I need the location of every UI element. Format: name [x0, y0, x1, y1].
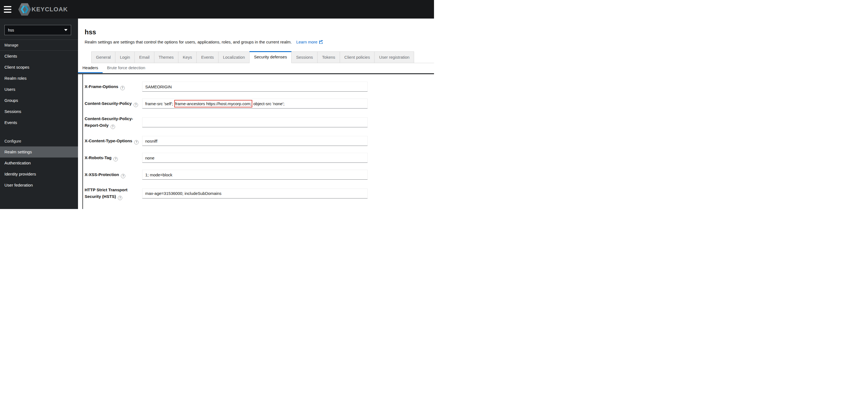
tab-row-filler: [414, 51, 434, 63]
keycloak-logo-text: KEYCLOAK: [32, 6, 68, 13]
tab-sessions[interactable]: Sessions: [291, 52, 317, 63]
content-security-policy-input[interactable]: frame-src 'self'; frame-ancestors https:…: [142, 98, 368, 109]
x-frame-options-label: X-Frame-Options?: [85, 83, 142, 90]
content-security-policy-label: Content-Security-Policy?: [85, 100, 142, 107]
tab-themes[interactable]: Themes: [154, 52, 178, 63]
nav-section-manage: Manage: [0, 40, 78, 50]
sidebar-item-identity-providers[interactable]: Identity providers: [0, 169, 78, 180]
tab-user-registration[interactable]: User registration: [375, 52, 414, 63]
x-robots-tag-input[interactable]: none: [142, 153, 368, 163]
sidebar-item-users[interactable]: Users: [0, 84, 78, 95]
nav-section-configure: Configure: [0, 136, 78, 146]
sidebar-item-authentication[interactable]: Authentication: [0, 157, 78, 169]
keycloak-logo[interactable]: KEYCLOAK: [18, 2, 68, 16]
sidebar-item-user-federation[interactable]: User federation: [0, 180, 78, 191]
x-content-type-options-input[interactable]: nosniff: [142, 136, 368, 146]
help-icon[interactable]: ?: [121, 174, 125, 178]
learn-more-link[interactable]: Learn more: [296, 39, 323, 44]
realm-selector-value: hss: [8, 28, 64, 32]
help-icon[interactable]: ?: [133, 103, 138, 107]
help-icon[interactable]: ?: [118, 196, 122, 200]
page-description: Realm settings are settings that control…: [85, 39, 292, 44]
tab-localization[interactable]: Localization: [219, 52, 249, 63]
manage-nav-list: Clients Client scopes Realm roles Users …: [0, 51, 78, 128]
sidebar-item-realm-roles[interactable]: Realm roles: [0, 73, 78, 84]
tab-client-policies[interactable]: Client policies: [340, 52, 375, 63]
page-title: hss: [85, 29, 427, 36]
hamburger-menu-icon[interactable]: [4, 6, 11, 13]
sidebar-item-sessions[interactable]: Sessions: [0, 106, 78, 117]
form-row: X-Frame-Options? SAMEORIGIN: [85, 82, 434, 92]
help-icon[interactable]: ?: [134, 140, 138, 145]
form-row: Content-Security-Policy-Report-Only?: [85, 115, 434, 129]
help-icon[interactable]: ?: [111, 125, 115, 129]
realm-settings-tabs: General Login Email Themes Keys Events L…: [91, 51, 434, 63]
help-icon[interactable]: ?: [114, 157, 118, 161]
tab-keys[interactable]: Keys: [178, 52, 197, 63]
headers-form: X-Frame-Options? SAMEORIGIN Content-Secu…: [83, 74, 434, 209]
sidebar-nav: hss Manage Clients Client scopes Realm r…: [0, 19, 78, 209]
subtab-brute-force-detection[interactable]: Brute force detection: [103, 63, 150, 73]
form-row: Content-Security-Policy? frame-src 'self…: [85, 98, 434, 109]
hsts-label: HTTP Strict Transport Security (HSTS)?: [85, 186, 142, 200]
form-row: X-Robots-Tag? none: [85, 153, 434, 163]
tab-login[interactable]: Login: [115, 52, 135, 63]
sidebar-item-events[interactable]: Events: [0, 117, 78, 128]
tab-security-defenses[interactable]: Security defenses: [249, 51, 291, 63]
security-defenses-subtabs: Headers Brute force detection: [78, 63, 434, 73]
sidebar-item-client-scopes[interactable]: Client scopes: [0, 62, 78, 73]
tab-email[interactable]: Email: [135, 52, 154, 63]
tab-events[interactable]: Events: [197, 52, 219, 63]
x-xss-protection-input[interactable]: 1; mode=block: [142, 170, 368, 180]
form-row: X-XSS-Protection? 1; mode=block: [85, 170, 434, 180]
sidebar-item-realm-settings[interactable]: Realm settings: [0, 146, 78, 157]
content-security-policy-report-only-label: Content-Security-Policy-Report-Only?: [85, 115, 142, 129]
keycloak-admin-console: KEYCLOAK hss Manage Clients Client scope…: [0, 0, 434, 209]
configure-nav-list: Realm settings Authentication Identity p…: [0, 146, 78, 191]
content-security-policy-report-only-input[interactable]: [142, 117, 368, 127]
sidebar-spacer: [0, 128, 78, 136]
x-robots-tag-label: X-Robots-Tag?: [85, 154, 142, 161]
keycloak-hexagon-icon: [18, 2, 31, 16]
sidebar-item-groups[interactable]: Groups: [0, 95, 78, 106]
x-content-type-options-label: X-Content-Type-Options?: [85, 138, 142, 145]
external-link-icon: [319, 39, 323, 45]
help-icon[interactable]: ?: [120, 86, 125, 90]
x-xss-protection-label: X-XSS-Protection?: [85, 171, 142, 178]
form-row: X-Content-Type-Options? nosniff: [85, 136, 434, 146]
top-bar: KEYCLOAK: [0, 0, 434, 19]
realm-selector[interactable]: hss: [4, 25, 71, 35]
main-content: hss Realm settings are settings that con…: [78, 19, 434, 209]
page-header: hss Realm settings are settings that con…: [85, 29, 427, 45]
tab-tokens[interactable]: Tokens: [317, 52, 340, 63]
caret-down-icon: [64, 29, 67, 31]
subtab-headers[interactable]: Headers: [78, 63, 103, 73]
form-row: HTTP Strict Transport Security (HSTS)? m…: [85, 186, 434, 200]
tab-general[interactable]: General: [91, 52, 115, 63]
csp-frame-ancestors-annotation: frame-ancestors https://host.mycorp.com;: [174, 100, 252, 108]
hsts-input[interactable]: max-age=31536000; includeSubDomains: [142, 188, 368, 199]
sidebar-item-clients[interactable]: Clients: [0, 51, 78, 62]
x-frame-options-input[interactable]: SAMEORIGIN: [142, 82, 368, 92]
